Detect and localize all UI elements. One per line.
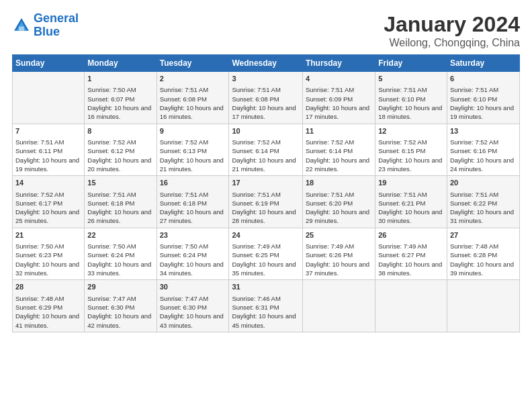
day-number: 15 xyxy=(87,178,153,188)
daylight: Daylight: 10 hours and 33 minutes. xyxy=(87,260,153,278)
calendar-cell: 16 Sunrise: 7:51 AM Sunset: 6:18 PM Dayl… xyxy=(157,176,229,228)
daylight: Daylight: 10 hours and 29 minutes. xyxy=(306,208,372,226)
calendar-cell xyxy=(13,72,85,124)
sunrise: Sunrise: 7:47 AM xyxy=(87,294,153,303)
cell-content: Sunrise: 7:52 AM Sunset: 6:17 PM Dayligh… xyxy=(15,190,81,226)
daylight: Daylight: 10 hours and 41 minutes. xyxy=(15,312,81,330)
day-number: 1 xyxy=(87,74,153,84)
day-number: 28 xyxy=(15,282,81,292)
sunrise: Sunrise: 7:52 AM xyxy=(306,138,372,146)
sunset: Sunset: 6:08 PM xyxy=(160,95,226,103)
header-friday: Friday xyxy=(375,55,447,72)
calendar-cell: 12 Sunrise: 7:52 AM Sunset: 6:15 PM Dayl… xyxy=(375,124,447,176)
daylight: Daylight: 10 hours and 17 minutes. xyxy=(232,103,299,122)
day-number: 5 xyxy=(378,74,444,84)
sunset: Sunset: 6:30 PM xyxy=(160,303,226,312)
cell-content: Sunrise: 7:50 AM Sunset: 6:24 PM Dayligh… xyxy=(87,242,153,277)
sunset: Sunset: 6:22 PM xyxy=(450,199,517,208)
cell-content: Sunrise: 7:51 AM Sunset: 6:10 PM Dayligh… xyxy=(378,85,444,121)
daylight: Daylight: 10 hours and 32 minutes. xyxy=(15,260,81,278)
calendar-cell: 25 Sunrise: 7:49 AM Sunset: 6:26 PM Dayl… xyxy=(302,228,375,280)
header-saturday: Saturday xyxy=(447,55,519,72)
cell-content: Sunrise: 7:50 AM Sunset: 6:07 PM Dayligh… xyxy=(87,85,153,121)
calendar-cell: 21 Sunrise: 7:50 AM Sunset: 6:23 PM Dayl… xyxy=(13,228,85,280)
calendar-cell: 10 Sunrise: 7:52 AM Sunset: 6:14 PM Dayl… xyxy=(229,124,302,176)
sunset: Sunset: 6:24 PM xyxy=(160,250,226,259)
day-number: 24 xyxy=(232,230,299,240)
sunrise: Sunrise: 7:52 AM xyxy=(450,138,517,146)
sunrise: Sunrise: 7:51 AM xyxy=(87,190,153,199)
calendar-cell: 7 Sunrise: 7:51 AM Sunset: 6:11 PM Dayli… xyxy=(13,124,85,176)
cell-content: Sunrise: 7:52 AM Sunset: 6:15 PM Dayligh… xyxy=(378,138,444,173)
day-number: 18 xyxy=(306,178,372,188)
sunset: Sunset: 6:23 PM xyxy=(15,250,81,259)
sunrise: Sunrise: 7:47 AM xyxy=(160,294,226,303)
cell-content: Sunrise: 7:52 AM Sunset: 6:16 PM Dayligh… xyxy=(450,138,517,173)
sunset: Sunset: 6:16 PM xyxy=(450,146,517,155)
cell-content: Sunrise: 7:48 AM Sunset: 6:29 PM Dayligh… xyxy=(15,294,81,330)
day-number: 11 xyxy=(306,126,372,136)
sunrise: Sunrise: 7:51 AM xyxy=(450,85,517,94)
sunrise: Sunrise: 7:51 AM xyxy=(378,190,444,199)
calendar-cell: 27 Sunrise: 7:48 AM Sunset: 6:28 PM Dayl… xyxy=(447,228,519,280)
calendar-cell: 8 Sunrise: 7:52 AM Sunset: 6:12 PM Dayli… xyxy=(85,124,157,176)
calendar-cell: 20 Sunrise: 7:51 AM Sunset: 6:22 PM Dayl… xyxy=(447,176,519,228)
day-number: 17 xyxy=(232,178,299,188)
daylight: Daylight: 10 hours and 27 minutes. xyxy=(160,208,226,226)
sunrise: Sunrise: 7:51 AM xyxy=(232,85,299,94)
daylight: Daylight: 10 hours and 30 minutes. xyxy=(378,208,444,226)
logo-line2: Blue xyxy=(34,26,79,39)
sunset: Sunset: 6:31 PM xyxy=(232,303,299,312)
calendar-cell: 29 Sunrise: 7:47 AM Sunset: 6:30 PM Dayl… xyxy=(85,280,157,332)
cell-content: Sunrise: 7:51 AM Sunset: 6:10 PM Dayligh… xyxy=(450,85,517,121)
sunrise: Sunrise: 7:50 AM xyxy=(160,242,226,250)
day-number: 26 xyxy=(378,230,444,240)
day-number: 13 xyxy=(450,126,517,136)
day-number: 7 xyxy=(15,126,81,136)
sunset: Sunset: 6:20 PM xyxy=(306,199,372,208)
day-number: 29 xyxy=(87,282,153,292)
day-number: 2 xyxy=(160,74,226,84)
sunrise: Sunrise: 7:51 AM xyxy=(160,85,226,94)
sunset: Sunset: 6:07 PM xyxy=(87,95,153,103)
sunset: Sunset: 6:12 PM xyxy=(87,146,153,155)
cell-content: Sunrise: 7:48 AM Sunset: 6:28 PM Dayligh… xyxy=(450,242,517,277)
calendar-cell: 13 Sunrise: 7:52 AM Sunset: 6:16 PM Dayl… xyxy=(447,124,519,176)
logo-line1: General xyxy=(34,12,79,26)
logo: General Blue xyxy=(12,12,79,39)
calendar-cell: 6 Sunrise: 7:51 AM Sunset: 6:10 PM Dayli… xyxy=(447,72,519,124)
cell-content: Sunrise: 7:52 AM Sunset: 6:13 PM Dayligh… xyxy=(160,138,226,173)
sunrise: Sunrise: 7:48 AM xyxy=(450,242,517,250)
cell-content: Sunrise: 7:51 AM Sunset: 6:08 PM Dayligh… xyxy=(232,85,299,121)
calendar-cell xyxy=(302,280,375,332)
sunrise: Sunrise: 7:52 AM xyxy=(87,138,153,146)
daylight: Daylight: 10 hours and 20 minutes. xyxy=(87,156,153,174)
svg-rect-2 xyxy=(19,26,24,30)
day-number: 3 xyxy=(232,74,299,84)
day-number: 9 xyxy=(160,126,226,136)
sunset: Sunset: 6:15 PM xyxy=(378,146,444,155)
daylight: Daylight: 10 hours and 38 minutes. xyxy=(378,260,444,278)
cell-content: Sunrise: 7:51 AM Sunset: 6:21 PM Dayligh… xyxy=(378,190,444,226)
calendar-table: Sunday Monday Tuesday Wednesday Thursday… xyxy=(12,54,520,332)
cell-content: Sunrise: 7:51 AM Sunset: 6:18 PM Dayligh… xyxy=(160,190,226,226)
day-number: 8 xyxy=(87,126,153,136)
sunrise: Sunrise: 7:50 AM xyxy=(15,242,81,250)
sunrise: Sunrise: 7:51 AM xyxy=(160,190,226,199)
day-number: 16 xyxy=(160,178,226,188)
calendar-cell: 18 Sunrise: 7:51 AM Sunset: 6:20 PM Dayl… xyxy=(302,176,375,228)
cell-content: Sunrise: 7:52 AM Sunset: 6:14 PM Dayligh… xyxy=(232,138,299,173)
day-number: 19 xyxy=(378,178,444,188)
calendar-cell: 14 Sunrise: 7:52 AM Sunset: 6:17 PM Dayl… xyxy=(13,176,85,228)
day-number: 30 xyxy=(160,282,226,292)
daylight: Daylight: 10 hours and 45 minutes. xyxy=(232,312,299,330)
header: General Blue January 2024 Weilong, Chong… xyxy=(12,12,520,49)
sunrise: Sunrise: 7:52 AM xyxy=(232,138,299,146)
sunrise: Sunrise: 7:51 AM xyxy=(232,190,299,199)
header-monday: Monday xyxy=(85,55,157,72)
calendar-cell: 17 Sunrise: 7:51 AM Sunset: 6:19 PM Dayl… xyxy=(229,176,302,228)
daylight: Daylight: 10 hours and 31 minutes. xyxy=(450,208,517,226)
calendar-cell: 2 Sunrise: 7:51 AM Sunset: 6:08 PM Dayli… xyxy=(157,72,229,124)
sunset: Sunset: 6:10 PM xyxy=(378,95,444,103)
sunrise: Sunrise: 7:51 AM xyxy=(306,190,372,199)
